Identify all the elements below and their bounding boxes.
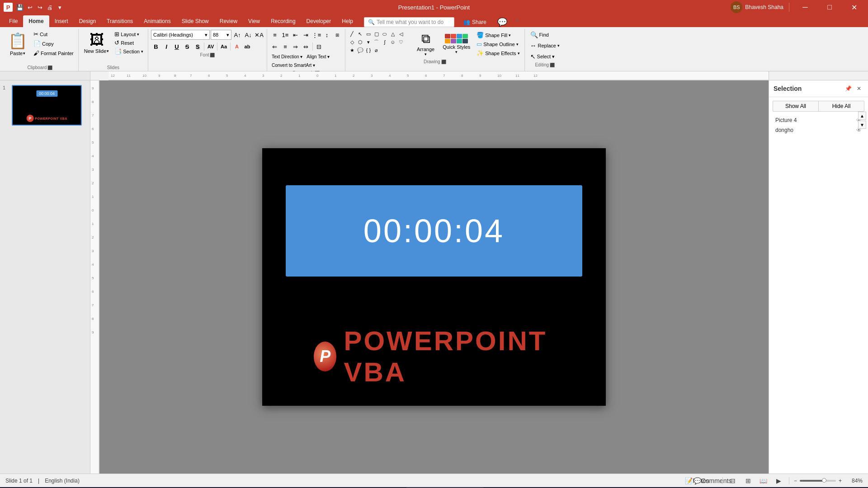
zoom-in-btn[interactable]: + (839, 478, 842, 484)
shape-smiley[interactable]: ☺ (389, 38, 397, 46)
user-area[interactable]: BS Bhavesh Shaha (731, 1, 783, 13)
arrange-button[interactable]: ⧉ Arrange ▾ (413, 30, 438, 58)
shape-effects-btn[interactable]: ✨ Shape Effects ▾ (475, 49, 521, 57)
tab-slideshow[interactable]: Slide Show (176, 15, 214, 27)
col-count-btn[interactable]: ⋮≡ (311, 30, 321, 40)
save-qa-btn[interactable]: 💾 (15, 3, 24, 12)
select-button[interactable]: ↖ Select ▾ (528, 52, 562, 61)
increase-font-btn[interactable]: A↑ (232, 30, 242, 40)
close-btn[interactable]: ✕ (844, 0, 864, 14)
shape-round-rect[interactable]: ▢ (373, 30, 381, 38)
tab-review[interactable]: Review (214, 15, 243, 27)
share-button[interactable]: 👥 Share (458, 17, 492, 27)
replace-arrow[interactable]: ▾ (557, 43, 560, 48)
arrange-arrow[interactable]: ▾ (425, 52, 427, 56)
underline-btn[interactable]: U (172, 42, 182, 52)
undo-qa-btn[interactable]: ↩ (25, 3, 34, 12)
highlight-btn[interactable]: ab (242, 42, 252, 52)
format-painter-button[interactable]: 🖌 Format Painter (32, 49, 75, 57)
shape-line[interactable]: ╱ (348, 30, 356, 38)
shape-curve[interactable]: ∫ (381, 38, 389, 46)
minimize-btn[interactable]: ─ (795, 0, 816, 14)
numbering-btn[interactable]: 1≡ (280, 30, 290, 40)
qa-more-btn[interactable]: ▾ (55, 3, 64, 12)
bullets-btn[interactable]: ≡ (270, 30, 280, 40)
increase-indent-btn[interactable]: ⇥ (301, 30, 311, 40)
font-size-selector[interactable]: 88 ▾ (211, 30, 231, 40)
slide-item-1[interactable]: 1 00:00:04 P POWERPOINT VBA (2, 84, 88, 127)
show-all-btn[interactable]: Show All (773, 101, 818, 112)
slide-canvas[interactable]: 00:00:04 P POWERPOINT VBA (262, 148, 606, 406)
replace-button[interactable]: ↔ Replace ▾ (528, 41, 562, 51)
shape-star[interactable]: ★ (348, 46, 356, 54)
layout-button[interactable]: ⊞ Layout ▾ (113, 30, 145, 38)
align-center-btn[interactable]: ≡ (280, 42, 290, 52)
cut-button[interactable]: ✂ Cut (32, 30, 75, 38)
print-qa-btn[interactable]: 🖨 (45, 3, 54, 12)
italic-btn[interactable]: I (161, 42, 171, 52)
align-right-btn[interactable]: ⇒ (291, 42, 301, 52)
shape-fill-arrow[interactable]: ▾ (509, 33, 511, 38)
tab-transitions[interactable]: Transitions (101, 15, 138, 27)
change-case-btn[interactable]: Aa (219, 42, 229, 52)
slide-show-btn[interactable]: ▶ (774, 476, 784, 485)
shape-bracket[interactable]: { } (364, 46, 373, 54)
sel-scroll-down-btn[interactable]: ▼ (858, 121, 866, 129)
decrease-indent-btn[interactable]: ⇤ (291, 30, 301, 40)
reset-button[interactable]: ↺ Reset (113, 38, 145, 47)
shape-brace[interactable]: ⌀ (373, 46, 381, 54)
char-spacing-btn[interactable]: AV (206, 42, 216, 52)
tab-home[interactable]: Home (23, 15, 49, 27)
find-button[interactable]: 🔍 Find (528, 30, 562, 40)
strikethrough-btn[interactable]: S (182, 42, 192, 52)
shape-tri[interactable]: △ (389, 30, 397, 38)
sel-pin-btn[interactable]: 📌 (844, 84, 853, 93)
columns-btn[interactable]: ⊟ (314, 42, 324, 52)
sel-scroll-up-btn[interactable]: ▲ (858, 112, 866, 120)
zoom-slider[interactable]: − + (794, 478, 842, 484)
shape-diamond[interactable]: ◇ (348, 38, 356, 46)
zoom-out-btn[interactable]: − (794, 478, 797, 484)
para-settings-btn[interactable]: ⊞ (332, 30, 342, 40)
text-direction-btn[interactable]: Text Direction ▾ (270, 53, 304, 60)
new-slide-button[interactable]: 🖼 New Slide ▾ (81, 30, 112, 56)
tab-animations[interactable]: Animations (138, 15, 176, 27)
bold-btn[interactable]: B (151, 42, 161, 52)
slide-thumbnail-1[interactable]: 00:00:04 P POWERPOINT VBA (12, 85, 82, 126)
shape-arc[interactable]: ⌒ (373, 38, 381, 46)
zoom-level[interactable]: 84% (846, 478, 863, 484)
qs-arrow[interactable]: ▾ (455, 50, 458, 54)
maximize-btn[interactable]: □ (819, 0, 840, 14)
layout-arrow[interactable]: ▾ (137, 32, 139, 37)
tab-help[interactable]: Help (336, 15, 359, 27)
hide-all-btn[interactable]: Hide All (818, 101, 864, 112)
font-expand-btn[interactable]: ⬛ (210, 53, 215, 57)
shape-rect[interactable]: ▭ (364, 30, 373, 38)
zoom-bar[interactable] (800, 480, 836, 482)
paste-dropdown-arrow[interactable]: ▾ (23, 51, 25, 56)
shape-more[interactable]: ▾ (364, 38, 373, 46)
new-slide-arrow[interactable]: ▾ (107, 49, 109, 53)
section-arrow[interactable]: ▾ (141, 49, 143, 54)
tab-file[interactable]: File (4, 15, 23, 27)
comments-status-btn[interactable]: 💬 Comments (707, 476, 718, 485)
reading-view-btn[interactable]: 📖 (758, 476, 769, 485)
shape-outline-arrow[interactable]: ▾ (516, 42, 519, 47)
tab-developer[interactable]: Developer (301, 15, 337, 27)
sel-item-dongho[interactable]: dongho 👁 (773, 125, 864, 135)
clipboard-expand-btn[interactable]: ⬛ (47, 66, 52, 70)
shape-fill-btn[interactable]: 🪣 Shape Fill ▾ (475, 31, 521, 39)
shape-oval[interactable]: ⬭ (381, 30, 389, 38)
tab-insert[interactable]: Insert (49, 15, 74, 27)
section-button[interactable]: 📑 Section ▾ (113, 47, 145, 56)
shape-heart[interactable]: ♡ (397, 38, 405, 46)
editing-expand-btn[interactable]: ⬛ (550, 63, 555, 67)
justify-btn[interactable]: ⇔ (301, 42, 311, 52)
shape-outline-btn[interactable]: ▭ Shape Outline ▾ (475, 40, 521, 48)
shape-arrow[interactable]: ↖ (356, 30, 364, 38)
align-left-btn[interactable]: ⇐ (270, 42, 280, 52)
redo-qa-btn[interactable]: ↪ (35, 3, 44, 12)
drawing-expand-btn[interactable]: ⬛ (441, 60, 446, 64)
tab-view[interactable]: View (243, 15, 265, 27)
font-color-btn[interactable]: A (232, 42, 242, 52)
